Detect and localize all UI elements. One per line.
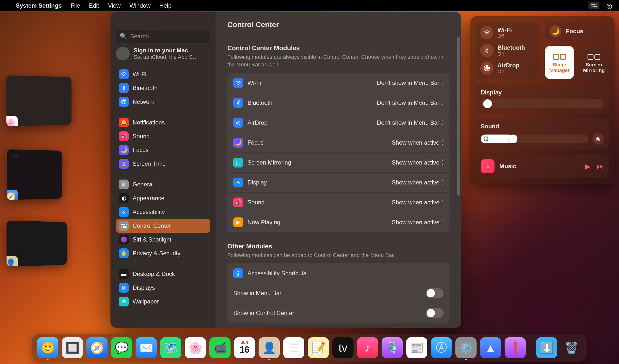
sidebar-item-accessibility[interactable]: ♿︎Accessibility	[116, 205, 210, 219]
svg-point-8	[125, 224, 126, 225]
play-icon[interactable]: ▶	[585, 162, 590, 170]
sidebar-item-screen-time[interactable]: ⏳Screen Time	[116, 157, 210, 171]
dock-notes[interactable]: 📝	[308, 337, 329, 358]
stage-manager-icon: ▢▢	[553, 52, 566, 61]
module-label: Bluetooth	[248, 99, 372, 106]
sidebar-item-label: Notifications	[133, 119, 165, 126]
dock-podcasts[interactable]: 🎙️	[382, 337, 403, 358]
dock-freeform[interactable]: ▲	[480, 337, 501, 358]
dock-downloads[interactable]: ⬇️	[536, 337, 557, 358]
cc-wifi[interactable]: Wi-FiOff	[480, 26, 535, 39]
dock-finder[interactable]: 🙂	[37, 337, 58, 358]
sidebar-item-network[interactable]: Network	[116, 95, 210, 109]
stage-thumb-3[interactable]: 👤	[7, 221, 67, 266]
shortcuts-menubar-icon[interactable]: ◎	[606, 2, 612, 10]
dock-trash[interactable]: 🗑️	[561, 337, 582, 358]
module-value-popup[interactable]: Don't show in Menu Bar⌃⌄	[377, 119, 444, 126]
sidebar-item-privacy-security[interactable]: ✋Privacy & Security	[116, 246, 210, 260]
dock-messages[interactable]: 💬	[111, 337, 132, 358]
dock-contacts[interactable]: 👤	[259, 337, 280, 358]
sidebar: 🔍 Sign in to your Mac Set up iCloud, the…	[110, 12, 216, 328]
svg-point-11	[238, 84, 239, 85]
cc-sound-slider[interactable]: 🎧	[481, 135, 588, 143]
sidebar-item-appearance[interactable]: ◐Appearance	[116, 191, 210, 205]
menu-edit[interactable]: Edit	[89, 2, 99, 9]
sign-in-title: Sign in to your Mac	[134, 47, 198, 54]
module-value-popup[interactable]: Show when active⌃⌄	[392, 219, 444, 226]
sidebar-item-siri-spotlight[interactable]: 🟣Siri & Spotlight	[116, 233, 210, 246]
sidebar-item-notifications[interactable]: 🔔Notifications	[116, 116, 210, 129]
cc-now-playing[interactable]: ♪ Music ▶ ⏭	[476, 154, 609, 178]
dock-appstore[interactable]: Ⓐ	[431, 337, 452, 358]
dock-icon: ▬	[119, 269, 129, 279]
sidebar-item-desktop-dock[interactable]: ▬Desktop & Dock	[116, 267, 210, 281]
sidebar-item-wi-fi[interactable]: Wi-Fi	[116, 67, 210, 81]
sidebar-item-label: Accessibility	[133, 209, 165, 215]
module-value-popup[interactable]: Show when active⌃⌄	[392, 199, 444, 206]
stage-thumb-2[interactable]: ▪▪▪▪▪▪▪ 🧭	[7, 149, 62, 200]
dock-system-settings[interactable]: ⚙️	[455, 337, 477, 358]
dock-photos[interactable]: 🌸	[185, 337, 206, 358]
search-input[interactable]	[130, 33, 206, 40]
sidebar-item-label: Wi-Fi	[133, 71, 146, 78]
module-value-popup[interactable]: Don't show in Menu Bar⌃⌄	[377, 79, 444, 86]
svg-point-13	[486, 34, 487, 35]
show-in-control-center-switch[interactable]	[426, 308, 444, 318]
dock-calendar[interactable]: JUN16	[234, 337, 255, 358]
module-label: AirDrop	[248, 119, 372, 126]
dock-facetime[interactable]: 📹	[209, 337, 231, 358]
svg-point-12	[238, 271, 239, 272]
sidebar-item-bluetooth[interactable]: Bluetooth	[116, 81, 210, 95]
cc-bluetooth[interactable]: BluetoothOff	[480, 44, 535, 57]
sidebar-item-sound[interactable]: 🔊Sound	[116, 129, 210, 143]
cc-screen-mirroring[interactable]: ▢▢ Screen Mirroring	[579, 46, 609, 79]
cc-sound-block: Sound 🎧 ◉	[476, 118, 609, 150]
bt-icon	[233, 98, 243, 108]
module-label: Screen Mirroring	[248, 159, 387, 166]
control-center-menubar-icon[interactable]	[588, 2, 599, 9]
search-field[interactable]: 🔍	[116, 30, 210, 43]
sidebar-item-control-center[interactable]: Control Center	[116, 219, 210, 233]
dock-mail[interactable]: ✉️	[136, 337, 157, 358]
sidebar-item-wallpaper[interactable]: ❀Wallpaper	[116, 295, 210, 308]
module-label: Sound	[248, 199, 387, 206]
show-in-menu-bar-switch[interactable]	[426, 288, 444, 298]
menu-window[interactable]: Window	[129, 2, 150, 9]
sidebar-item-displays[interactable]: 🖥Displays	[116, 281, 210, 295]
dock-feedback[interactable]: ❗	[505, 337, 526, 358]
chevron-up-down-icon: ⌃⌄	[441, 121, 444, 125]
module-value-popup[interactable]: Show when active⌃⌄	[392, 139, 444, 146]
dock-maps[interactable]: 🗺️	[160, 337, 181, 358]
sidebar-item-label: Siri & Spotlight	[133, 236, 171, 243]
dock-launchpad[interactable]: 🔲	[62, 337, 83, 358]
dock-reminders[interactable]: ☰	[283, 337, 304, 358]
app-name[interactable]: System Settings	[16, 2, 62, 9]
scrollbar[interactable]	[457, 37, 460, 325]
sidebar-item-focus[interactable]: 🌙Focus	[116, 143, 210, 157]
module-row-bluetooth: BluetoothDon't show in Menu Bar⌃⌄	[227, 93, 449, 113]
speaker-icon: 🔊	[119, 131, 129, 141]
dock-music[interactable]: ♪	[357, 337, 378, 358]
cc-airplay-audio[interactable]: ◉	[592, 133, 604, 145]
dock-safari[interactable]: 🧭	[86, 337, 108, 358]
dock-separator	[531, 338, 531, 358]
dock-news[interactable]: 📰	[406, 337, 427, 358]
module-value-popup[interactable]: Show when active⌃⌄	[392, 179, 444, 186]
cc-display-slider[interactable]: ☀︎	[481, 99, 604, 108]
menu-view[interactable]: View	[108, 2, 121, 9]
content-scroll[interactable]: Control Center Modules Following modules…	[216, 37, 461, 328]
forward-icon[interactable]: ⏭	[597, 162, 604, 170]
module-value-popup[interactable]: Show when active⌃⌄	[392, 159, 444, 166]
sign-in-row[interactable]: Sign in to your Mac Set up iCloud, the A…	[116, 47, 210, 61]
menu-help[interactable]: Help	[159, 2, 171, 9]
cc-focus[interactable]: 🌙 Focus	[545, 22, 609, 41]
cc-airdrop[interactable]: AirDropOff	[480, 61, 535, 75]
sidebar-item-label: Network	[133, 98, 154, 105]
module-value-popup[interactable]: Don't show in Menu Bar⌃⌄	[377, 99, 444, 106]
photos-app-icon: 🌸	[6, 116, 18, 126]
sidebar-item-general[interactable]: ⚙︎General	[116, 178, 210, 191]
stage-thumb-1[interactable]: 🌸	[6, 75, 71, 126]
menu-file[interactable]: File	[71, 2, 80, 9]
dock-tv[interactable]: tv	[332, 337, 354, 358]
cc-stage-manager[interactable]: ▢▢ Stage Manager	[545, 46, 574, 79]
